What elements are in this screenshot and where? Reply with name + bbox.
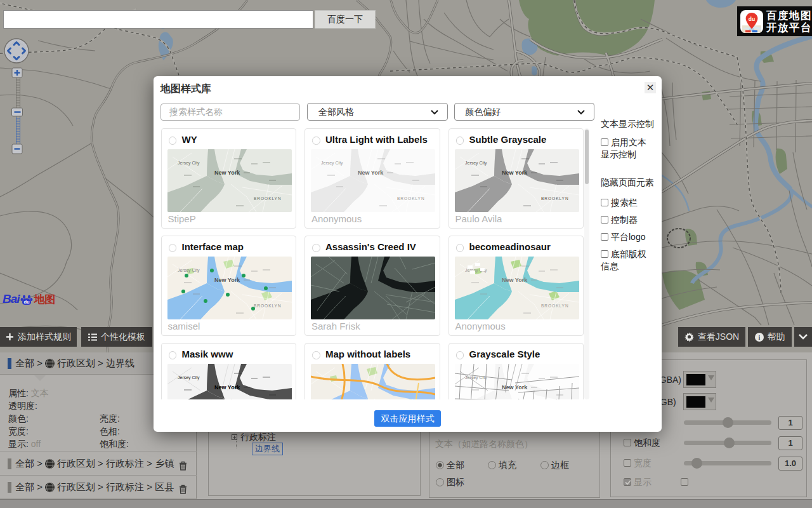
svg-text:du: du: [749, 15, 755, 22]
svg-text:i: i: [758, 334, 760, 341]
svg-text:du: du: [23, 299, 30, 305]
